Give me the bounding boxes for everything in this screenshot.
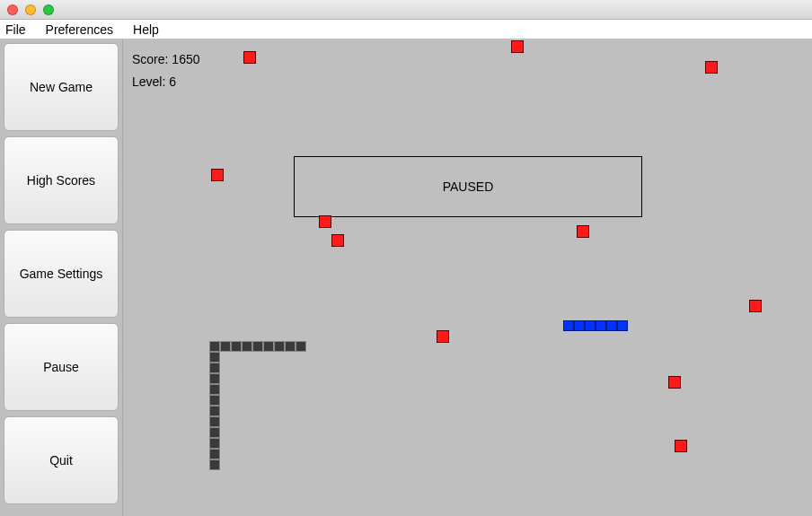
- menu-help[interactable]: Help: [133, 22, 159, 37]
- score-line: Score: 1650: [132, 48, 200, 71]
- wall-segment: [209, 373, 220, 384]
- high-scores-button[interactable]: High Scores: [4, 136, 119, 224]
- menu-preferences[interactable]: Preferences: [46, 22, 113, 37]
- game-settings-button[interactable]: Game Settings: [4, 230, 119, 318]
- wall-segment: [209, 352, 220, 363]
- wall-segment: [296, 341, 306, 352]
- wall-segment: [209, 341, 220, 352]
- enemy-block: [577, 225, 589, 238]
- wall-segment: [285, 341, 296, 352]
- quit-button[interactable]: Quit: [4, 416, 119, 504]
- player-segment: [617, 320, 628, 331]
- sidebar: New Game High Scores Game Settings Pause…: [0, 39, 122, 516]
- wall-segment: [209, 406, 220, 416]
- wall-segment: [252, 341, 263, 352]
- enemy-block: [211, 169, 224, 181]
- new-game-button[interactable]: New Game: [4, 43, 119, 131]
- player-segment: [596, 320, 606, 331]
- wall-segment: [220, 341, 231, 352]
- player-segment: [574, 320, 585, 331]
- paused-overlay: PAUSED: [294, 156, 642, 217]
- menu-file[interactable]: File: [5, 22, 26, 37]
- player-segment: [585, 320, 596, 331]
- enemy-block: [319, 215, 331, 228]
- content: New Game High Scores Game Settings Pause…: [0, 39, 812, 516]
- wall-segment: [209, 427, 220, 438]
- enemy-block: [749, 300, 762, 312]
- level-value: 6: [169, 74, 176, 89]
- wall-segment: [209, 395, 220, 406]
- player: [563, 320, 628, 331]
- wall-segment: [231, 341, 242, 352]
- enemy-block: [331, 234, 344, 247]
- wall-segment: [209, 416, 220, 427]
- stats-panel: Score: 1650 Level: 6: [132, 48, 200, 93]
- game-area[interactable]: Score: 1650 Level: 6 PAUSED: [122, 39, 812, 516]
- enemy-block: [705, 61, 718, 74]
- menubar: File Preferences Help: [0, 20, 812, 39]
- level-line: Level: 6: [132, 71, 200, 93]
- paused-label: PAUSED: [443, 179, 494, 194]
- wall-segment: [209, 449, 220, 459]
- enemy-block: [437, 330, 449, 343]
- wall-segment: [209, 459, 220, 470]
- maximize-icon[interactable]: [43, 4, 54, 15]
- score-label: Score:: [132, 52, 168, 66]
- wall-segment: [209, 363, 220, 373]
- pause-button[interactable]: Pause: [4, 323, 119, 411]
- enemy-block: [243, 51, 256, 64]
- level-label: Level:: [132, 74, 165, 89]
- enemy-block: [511, 40, 524, 53]
- wall-segment: [242, 341, 252, 352]
- close-icon[interactable]: [7, 4, 18, 15]
- wall-segment: [274, 341, 285, 352]
- wall-segment: [263, 341, 274, 352]
- minimize-icon[interactable]: [25, 4, 36, 15]
- wall-segment: [209, 384, 220, 395]
- score-value: 1650: [172, 52, 199, 66]
- wall-segment: [209, 438, 220, 449]
- enemy-block: [668, 376, 681, 389]
- window-titlebar: [0, 0, 812, 20]
- player-segment: [563, 320, 574, 331]
- enemy-block: [675, 440, 687, 452]
- player-segment: [606, 320, 617, 331]
